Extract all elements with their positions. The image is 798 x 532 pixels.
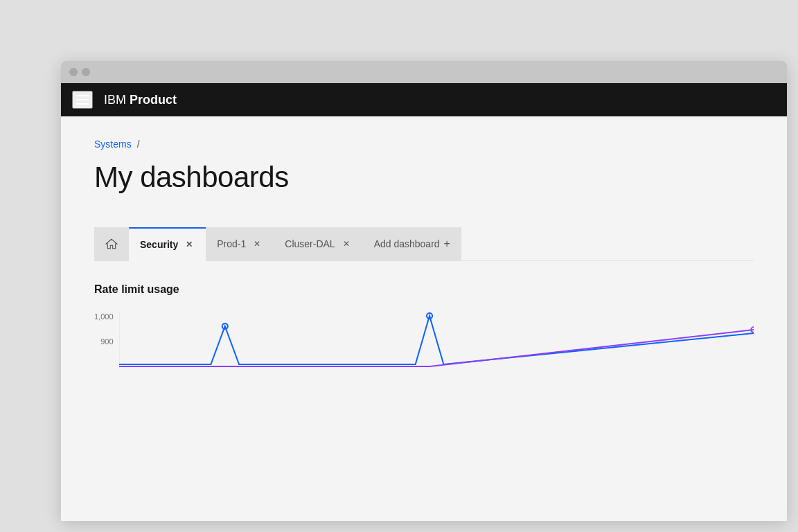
hamburger-line-2: [76, 99, 89, 100]
breadcrumb-separator: /: [137, 139, 140, 150]
browser-dot-1: [69, 68, 78, 76]
browser-titlebar: [61, 61, 787, 83]
y-label-900: 900: [100, 337, 113, 362]
tab-prod1[interactable]: Prod-1 ✕: [206, 227, 274, 260]
tab-security-label: Security: [140, 239, 178, 250]
breadcrumb: Systems /: [94, 139, 754, 150]
home-icon: [105, 238, 118, 250]
page-title: My dashboards: [94, 161, 754, 194]
tab-cluser-dal[interactable]: Cluser-DAL ✕: [274, 227, 362, 260]
browser-window: IBM Product Systems / My dashboards Secu…: [61, 61, 787, 521]
chart-title: Rate limit usage: [94, 283, 754, 296]
app-title: IBM Product: [104, 93, 177, 107]
browser-dot-2: [82, 68, 90, 76]
app-name-bold: Product: [130, 93, 177, 107]
tab-home[interactable]: [94, 227, 129, 260]
top-navigation: IBM Product: [61, 83, 787, 116]
main-content: Systems / My dashboards Security ✕ Prod-…: [61, 116, 787, 521]
tab-add-icon: +: [444, 238, 450, 250]
tab-prod1-close[interactable]: ✕: [251, 238, 263, 249]
tab-cluser-dal-label: Cluser-DAL: [285, 238, 335, 249]
chart-section: Rate limit usage 1,000 900: [94, 283, 754, 368]
tab-add-label: Add dashboard: [374, 238, 440, 249]
chart-area: 1,000 900: [94, 312, 754, 368]
tab-prod1-label: Prod-1: [217, 238, 246, 249]
tab-cluser-dal-close[interactable]: ✕: [341, 238, 352, 249]
chart-y-axis: 1,000 900: [94, 312, 114, 362]
hamburger-line-3: [76, 103, 89, 105]
tabs-container: Security ✕ Prod-1 ✕ Cluser-DAL ✕ Add das…: [94, 227, 754, 261]
chart-canvas: [119, 312, 754, 368]
hamburger-menu-button[interactable]: [72, 91, 93, 109]
breadcrumb-systems-link[interactable]: Systems: [94, 139, 132, 150]
y-label-1000: 1,000: [94, 312, 114, 337]
chart-svg: [119, 312, 754, 368]
tab-add-dashboard[interactable]: Add dashboard +: [363, 227, 461, 260]
app-name-plain: IBM: [104, 93, 130, 107]
tab-security-close[interactable]: ✕: [184, 239, 195, 250]
tab-security[interactable]: Security ✕: [129, 227, 206, 260]
hamburger-line-1: [76, 95, 89, 96]
